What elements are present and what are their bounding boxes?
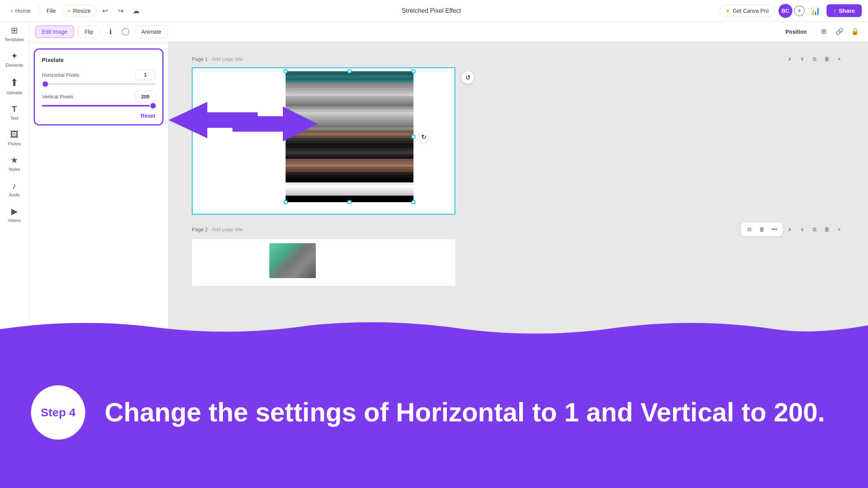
step-label: Step 4 <box>41 406 76 419</box>
reset-button[interactable]: Reset <box>141 113 155 119</box>
canvas-refresh-button[interactable]: ↺ <box>462 71 474 84</box>
add-account-button[interactable]: + <box>794 5 805 16</box>
page1-title-input[interactable]: Add page title <box>212 56 243 62</box>
photos-icon: 🖼 <box>10 130 19 140</box>
position-button[interactable]: Position <box>779 26 813 38</box>
sidebar-item-videos[interactable]: ▶ Videos <box>1 203 28 227</box>
vertical-pixels-label: Vertical Pixels <box>42 94 73 100</box>
templates-label: Templates <box>5 37 24 42</box>
page2-canvas[interactable] <box>192 239 455 286</box>
vertical-slider-thumb[interactable] <box>150 102 157 109</box>
secondary-toolbar: Edit image Flip ℹ Animate Position ⊞ 🔗 🔒 <box>29 22 868 42</box>
resize-dot-icon: ● <box>68 8 71 14</box>
handle-top-left[interactable] <box>284 69 288 73</box>
audio-icon: ♪ <box>12 181 17 191</box>
page1-chevron-down[interactable]: ∨ <box>797 53 808 64</box>
link-icon[interactable]: 🔗 <box>832 25 846 39</box>
sidebar-item-text[interactable]: T Text <box>1 100 28 124</box>
page2-actions: ⧉ 🗑 ••• ∧ ∨ ⧉ 🗑 + <box>741 222 845 236</box>
redo-button[interactable]: ↪ <box>114 4 127 18</box>
page2-image <box>269 243 316 278</box>
handle-bottom-mid[interactable] <box>348 200 351 204</box>
file-button[interactable]: File <box>42 5 60 16</box>
vertical-slider-fill <box>42 105 153 107</box>
horizontal-slider-row: Horizontal Pixels <box>42 69 155 85</box>
vertical-label-row: Vertical Pixels <box>42 91 155 102</box>
avatar[interactable]: BC <box>778 4 792 18</box>
sidebar-item-audio[interactable]: ♪ Audio <box>1 177 28 201</box>
uploads-icon: ⬆ <box>10 77 19 89</box>
horizontal-slider-thumb[interactable] <box>42 81 49 88</box>
page2-image-content <box>269 243 316 278</box>
handle-bottom-right[interactable] <box>412 200 415 204</box>
sidebar-item-uploads[interactable]: ⬆ Uploads <box>1 73 28 99</box>
page1-copy[interactable]: ⧉ <box>809 53 820 64</box>
analytics-button[interactable]: 📊 <box>809 4 823 18</box>
handle-mid-left[interactable] <box>284 135 288 139</box>
canva-pro-label: Get Canva Pro <box>733 8 769 14</box>
sidebar-item-templates[interactable]: ⊞ Templates <box>1 22 28 46</box>
vertical-slider-row: Vertical Pixels <box>42 91 155 107</box>
info-button[interactable]: ℹ <box>104 25 118 39</box>
sidebar-item-styles[interactable]: ★ Styles <box>1 151 28 175</box>
page2-more-btn[interactable]: ••• <box>769 224 780 235</box>
flip-button[interactable]: Flip <box>78 26 100 38</box>
edit-image-button[interactable]: Edit image <box>35 26 74 38</box>
document-title: Stretched Pixel Effect <box>146 7 716 14</box>
resize-button[interactable]: ● Resize <box>62 5 96 17</box>
undo-button[interactable]: ↩ <box>98 4 112 18</box>
page2-label: Page 2 - Add page title <box>192 227 243 232</box>
page1-add[interactable]: + <box>834 53 845 64</box>
grid-icon[interactable]: ⊞ <box>817 25 831 39</box>
page2-copy-btn[interactable]: ⧉ <box>744 224 755 235</box>
bottom-instruction: Step 4 Change the settings of Horizontal… <box>0 337 868 488</box>
styles-label: Styles <box>9 167 20 172</box>
page2-delete-btn[interactable]: 🗑 <box>756 224 767 235</box>
page1-canvas[interactable]: ↻ ↺ <box>192 67 455 215</box>
horizontal-slider-track <box>42 83 155 85</box>
stretched-image-container[interactable]: ↻ <box>286 71 413 202</box>
vertical-pixels-input[interactable] <box>135 91 155 102</box>
page2-title-input[interactable]: Add page title <box>212 227 243 232</box>
elements-label: Elements <box>5 63 23 67</box>
handle-top-right[interactable] <box>412 69 415 73</box>
videos-icon: ▶ <box>11 206 18 217</box>
page2-chevron-up[interactable]: ∧ <box>784 224 795 235</box>
styles-icon: ★ <box>10 155 18 165</box>
toolbar-icons-right: ⊞ 🔗 🔒 <box>817 25 862 39</box>
rotate-handle[interactable]: ↻ <box>418 131 429 142</box>
handle-bottom-left[interactable] <box>284 200 288 204</box>
resize-label: Resize <box>73 7 91 14</box>
handle-mid-right[interactable] <box>412 135 415 139</box>
page2-delete-icon[interactable]: 🗑 <box>822 224 832 235</box>
topbar: ‹ Home File ● Resize ↩ ↪ ☁ Stretched Pix… <box>0 0 868 22</box>
page1-delete[interactable]: 🗑 <box>822 53 832 64</box>
animate-button[interactable]: Animate <box>135 26 168 38</box>
handle-top-mid[interactable] <box>348 69 351 73</box>
share-label: Share <box>839 7 855 14</box>
canva-pro-button[interactable]: ★ Get Canva Pro <box>720 5 775 17</box>
horizontal-pixels-label: Horizontal Pixels <box>42 72 79 78</box>
file-label: File <box>46 7 56 14</box>
canvas-scroll: Page 1 - Add page title ∧ ∨ ⧉ 🗑 + <box>169 42 868 305</box>
videos-label: Videos <box>8 218 21 223</box>
elements-icon: ✦ <box>11 51 18 61</box>
lock-icon[interactable]: 🔒 <box>848 25 862 39</box>
page2-copy-icon[interactable]: ⧉ <box>809 224 820 235</box>
page2-chevron-down[interactable]: ∨ <box>797 224 808 235</box>
page1-container: Page 1 - Add page title ∧ ∨ ⧉ 🗑 + <box>192 53 845 215</box>
sidebar-item-photos[interactable]: 🖼 Photos <box>1 126 28 150</box>
reset-row: Reset <box>42 113 155 119</box>
cloud-button[interactable]: ☁ <box>129 4 143 18</box>
text-label: Text <box>10 116 18 120</box>
home-button[interactable]: ‹ Home <box>6 5 35 16</box>
page1-label-row: Page 1 - Add page title ∧ ∨ ⧉ 🗑 + <box>192 53 845 64</box>
page1-chevron-up[interactable]: ∧ <box>784 53 795 64</box>
page2-label-row: Page 2 - Add page title ⧉ 🗑 ••• ∧ ∨ ⧉ 🗑 <box>192 222 845 236</box>
sidebar-item-elements[interactable]: ✦ Elements <box>1 47 28 71</box>
topbar-right: ★ Get Canva Pro BC + 📊 ↑ Share <box>720 4 862 18</box>
horizontal-pixels-input[interactable] <box>135 69 155 80</box>
wave-svg <box>0 318 868 341</box>
page2-add-icon[interactable]: + <box>834 224 845 235</box>
share-button[interactable]: ↑ Share <box>827 4 862 17</box>
